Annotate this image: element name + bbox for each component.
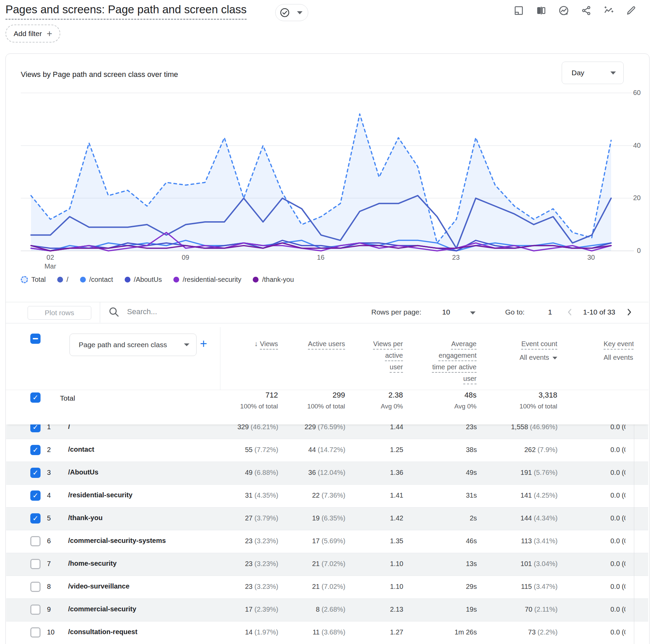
rows-per-page-caret-icon[interactable] — [470, 311, 476, 315]
dimension-select-value: Page path and screen class — [79, 341, 167, 349]
key-events-cell: 0.0 (0%) — [610, 492, 625, 499]
avg-engagement-time-cell: 13s — [415, 560, 477, 568]
views-cell: 49 (6.88%) — [211, 469, 278, 477]
table-row[interactable]: 6/commercial-security-systems23 (3.23%)1… — [6, 530, 648, 553]
insights-circle-icon[interactable] — [558, 5, 570, 16]
row-checkbox[interactable] — [30, 605, 41, 615]
row-number: 3 — [47, 469, 65, 477]
page-path-value[interactable]: /home-security — [68, 560, 116, 567]
row-checkbox[interactable] — [30, 627, 41, 638]
legend-item[interactable]: /contact — [80, 276, 113, 284]
rows-per-page-label: Rows per page: — [371, 308, 421, 316]
sparkline-insights-icon[interactable] — [603, 5, 614, 16]
column-header-event-count[interactable]: Event count All events — [476, 338, 557, 363]
legend-label: /thank-you — [262, 276, 294, 284]
page-title: Pages and screens: Page path and screen … — [5, 3, 247, 20]
sort-descending-icon: ↓ — [254, 338, 258, 350]
legend-dashed-ring-icon — [21, 276, 28, 283]
row-checkbox[interactable] — [30, 582, 41, 592]
search-input[interactable]: Search... — [108, 306, 157, 318]
previous-page-icon[interactable] — [565, 307, 575, 317]
row-checkbox[interactable] — [30, 513, 41, 524]
x-axis-tick: 09 — [172, 253, 199, 262]
timeseries-chart[interactable] — [21, 85, 634, 262]
table-row[interactable]: 4/residential-security31 (4.35%)22 (7.36… — [6, 484, 648, 507]
page-path-value[interactable]: /consultation-request — [68, 628, 137, 636]
page-path-value[interactable]: /commercial-security-systems — [68, 537, 166, 545]
report-toolbar — [513, 5, 649, 16]
key-events-cell: 0.0 (0%) — [610, 560, 625, 568]
row-checkbox[interactable] — [30, 468, 41, 478]
avg-engagement-time-cell: 31s — [415, 492, 477, 499]
legend-item[interactable]: Total — [21, 276, 46, 284]
report-status-badge[interactable] — [275, 4, 308, 21]
row-checkbox[interactable] — [30, 445, 41, 455]
page-path-value[interactable]: /video-surveillance — [68, 582, 129, 590]
plot-rows-button[interactable]: Plot rows — [28, 306, 91, 320]
table-row[interactable]: 3/AboutUs49 (6.88%)36 (12.04%)1.3649s191… — [6, 462, 648, 484]
row-checkbox[interactable] — [30, 536, 41, 546]
column-header-avg-engagement-time[interactable]: Average engagement time per active user — [425, 338, 477, 384]
views-per-active-user-cell: 1.10 — [354, 560, 403, 568]
plus-icon: + — [47, 29, 52, 38]
next-page-icon[interactable] — [624, 307, 634, 317]
row-checkbox[interactable] — [30, 490, 41, 501]
views-cell: 14 (1.97%) — [211, 628, 278, 636]
table-row[interactable]: 10/consultation-request14 (1.97%)11 (3.6… — [6, 621, 648, 644]
rows-per-page-select[interactable]: 10 — [442, 308, 450, 316]
page-path-value[interactable]: /contact — [68, 446, 94, 453]
column-header-views-per-active-user[interactable]: Views per active user — [372, 338, 403, 373]
views-per-active-user-cell: 1.27 — [354, 628, 403, 636]
views-per-active-user-cell: 1.42 — [354, 514, 403, 522]
legend-item[interactable]: /residential-security — [173, 276, 241, 284]
page-path-value[interactable]: /thank-you — [68, 514, 103, 522]
event-count-cell: 73 (2.2%) — [476, 628, 558, 636]
share-icon[interactable] — [580, 5, 592, 16]
y-axis-tick: 20 — [619, 193, 641, 202]
page-path-value[interactable]: /AboutUs — [68, 468, 98, 476]
total-active-users: 299100% of total — [278, 391, 345, 410]
event-count-filter[interactable]: All events — [476, 352, 557, 363]
column-header-active-users[interactable]: Active users — [295, 338, 345, 350]
table-rows: 1/329 (46.21%)229 (76.59%)1.4423s1,558 (… — [6, 416, 648, 644]
legend-label: Total — [31, 276, 46, 284]
legend-item[interactable]: / — [57, 276, 68, 284]
chevron-down-icon — [552, 357, 557, 359]
table-row[interactable]: 2/contact55 (7.72%)44 (14.72%)1.2538s262… — [6, 439, 648, 462]
page-path-value[interactable]: /commercial-security — [68, 605, 136, 613]
add-dimension-button[interactable]: + — [200, 338, 207, 350]
legend-item[interactable]: /AboutUs — [125, 276, 162, 284]
page-path-value[interactable]: /residential-security — [68, 491, 133, 499]
key-events-filter[interactable]: All events — [604, 352, 634, 363]
edit-pencil-icon[interactable] — [625, 5, 637, 16]
total-row-checkbox[interactable] — [30, 392, 41, 403]
select-all-checkbox[interactable] — [30, 334, 41, 344]
table-scrollbar[interactable] — [634, 424, 634, 644]
legend-label: /residential-security — [183, 276, 241, 284]
pagination-range: 1-10 of 33 — [579, 308, 619, 316]
ab-compare-icon[interactable] — [535, 5, 547, 16]
legend-label: /contact — [89, 276, 113, 284]
total-views: 712100% of total — [210, 391, 278, 410]
table-row[interactable]: 5/thank-you27 (3.79%)19 (6.35%)1.422s144… — [6, 507, 648, 530]
views-cell: 23 (3.23%) — [211, 583, 278, 591]
column-header-key-events[interactable]: Key events All events — [604, 338, 634, 363]
table-row[interactable]: 9/commercial-security17 (2.39%)8 (2.68%)… — [6, 598, 648, 621]
row-number: 6 — [47, 537, 65, 545]
add-filter-button[interactable]: Add filter + — [5, 25, 60, 43]
goto-page-input[interactable]: 1 — [548, 308, 552, 316]
event-count-cell: 70 (2.11%) — [476, 606, 558, 613]
dimension-select[interactable]: Page path and screen class — [69, 334, 197, 356]
table-row[interactable]: 7/home-security23 (3.23%)21 (7.02%)1.101… — [6, 553, 648, 576]
legend-item[interactable]: /thank-you — [253, 276, 294, 284]
active-users-cell: 21 (7.02%) — [279, 560, 345, 568]
key-events-cell: 0.0 (0%) — [610, 469, 625, 477]
avg-engagement-time-cell: 19s — [415, 606, 477, 613]
row-number: 8 — [47, 583, 65, 591]
granularity-select[interactable]: Day — [562, 62, 624, 84]
legend-dot-icon — [125, 277, 130, 283]
table-row[interactable]: 8/video-surveillance23 (3.23%)21 (7.02%)… — [6, 576, 648, 598]
row-checkbox[interactable] — [30, 559, 41, 569]
note-icon[interactable] — [513, 5, 525, 16]
chevron-down-icon — [610, 71, 616, 75]
